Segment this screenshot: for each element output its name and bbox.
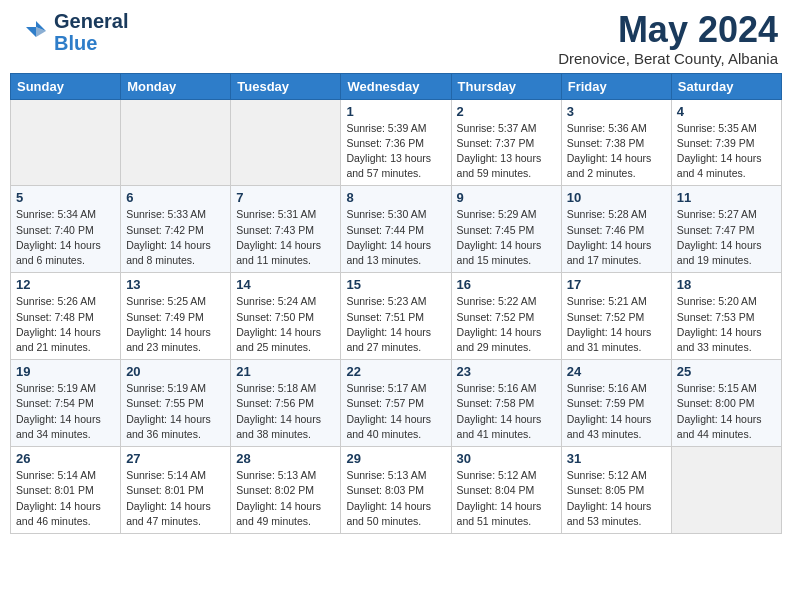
table-row: 1 Sunrise: 5:39 AM Sunset: 7:36 PM Dayli… — [341, 99, 451, 186]
daylight-text: Daylight: 14 hours and 17 minutes. — [567, 239, 652, 266]
calendar-week-row: 19 Sunrise: 5:19 AM Sunset: 7:54 PM Dayl… — [11, 360, 782, 447]
daylight-text: Daylight: 14 hours and 53 minutes. — [567, 500, 652, 527]
sunset-text: Sunset: 7:47 PM — [677, 224, 755, 236]
day-number: 26 — [16, 451, 115, 466]
logo-icon — [14, 13, 52, 51]
sunset-text: Sunset: 7:39 PM — [677, 137, 755, 149]
day-number: 29 — [346, 451, 445, 466]
table-row: 29 Sunrise: 5:13 AM Sunset: 8:03 PM Dayl… — [341, 447, 451, 534]
sunrise-text: Sunrise: 5:27 AM — [677, 208, 757, 220]
daylight-text: Daylight: 14 hours and 4 minutes. — [677, 152, 762, 179]
sunrise-text: Sunrise: 5:37 AM — [457, 122, 537, 134]
table-row: 22 Sunrise: 5:17 AM Sunset: 7:57 PM Dayl… — [341, 360, 451, 447]
sunset-text: Sunset: 7:51 PM — [346, 311, 424, 323]
day-number: 21 — [236, 364, 335, 379]
table-row: 24 Sunrise: 5:16 AM Sunset: 7:59 PM Dayl… — [561, 360, 671, 447]
table-row: 17 Sunrise: 5:21 AM Sunset: 7:52 PM Dayl… — [561, 273, 671, 360]
calendar-week-row: 12 Sunrise: 5:26 AM Sunset: 7:48 PM Dayl… — [11, 273, 782, 360]
day-number: 25 — [677, 364, 776, 379]
day-number: 14 — [236, 277, 335, 292]
day-info: Sunrise: 5:37 AM Sunset: 7:37 PM Dayligh… — [457, 121, 556, 182]
sunrise-text: Sunrise: 5:28 AM — [567, 208, 647, 220]
day-number: 15 — [346, 277, 445, 292]
sunset-text: Sunset: 7:40 PM — [16, 224, 94, 236]
day-number: 19 — [16, 364, 115, 379]
sunrise-text: Sunrise: 5:18 AM — [236, 382, 316, 394]
day-info: Sunrise: 5:22 AM Sunset: 7:52 PM Dayligh… — [457, 294, 556, 355]
daylight-text: Daylight: 14 hours and 36 minutes. — [126, 413, 211, 440]
sunset-text: Sunset: 8:00 PM — [677, 397, 755, 409]
day-number: 24 — [567, 364, 666, 379]
day-number: 5 — [16, 190, 115, 205]
table-row: 31 Sunrise: 5:12 AM Sunset: 8:05 PM Dayl… — [561, 447, 671, 534]
sunset-text: Sunset: 8:01 PM — [126, 484, 204, 496]
daylight-text: Daylight: 14 hours and 46 minutes. — [16, 500, 101, 527]
logo-general: General — [54, 10, 128, 32]
daylight-text: Daylight: 14 hours and 27 minutes. — [346, 326, 431, 353]
daylight-text: Daylight: 14 hours and 6 minutes. — [16, 239, 101, 266]
sunset-text: Sunset: 8:01 PM — [16, 484, 94, 496]
sunrise-text: Sunrise: 5:20 AM — [677, 295, 757, 307]
calendar-week-row: 26 Sunrise: 5:14 AM Sunset: 8:01 PM Dayl… — [11, 447, 782, 534]
day-info: Sunrise: 5:25 AM Sunset: 7:49 PM Dayligh… — [126, 294, 225, 355]
day-info: Sunrise: 5:24 AM Sunset: 7:50 PM Dayligh… — [236, 294, 335, 355]
table-row — [11, 99, 121, 186]
sunrise-text: Sunrise: 5:15 AM — [677, 382, 757, 394]
sunrise-text: Sunrise: 5:35 AM — [677, 122, 757, 134]
logo-text-block: General Blue — [54, 10, 128, 54]
table-row: 18 Sunrise: 5:20 AM Sunset: 7:53 PM Dayl… — [671, 273, 781, 360]
title-block: May 2024 Drenovice, Berat County, Albani… — [558, 10, 778, 67]
day-number: 4 — [677, 104, 776, 119]
table-row: 26 Sunrise: 5:14 AM Sunset: 8:01 PM Dayl… — [11, 447, 121, 534]
table-row — [121, 99, 231, 186]
sunrise-text: Sunrise: 5:30 AM — [346, 208, 426, 220]
day-info: Sunrise: 5:14 AM Sunset: 8:01 PM Dayligh… — [16, 468, 115, 529]
day-info: Sunrise: 5:19 AM Sunset: 7:54 PM Dayligh… — [16, 381, 115, 442]
day-info: Sunrise: 5:23 AM Sunset: 7:51 PM Dayligh… — [346, 294, 445, 355]
day-info: Sunrise: 5:13 AM Sunset: 8:03 PM Dayligh… — [346, 468, 445, 529]
sunset-text: Sunset: 7:36 PM — [346, 137, 424, 149]
table-row: 21 Sunrise: 5:18 AM Sunset: 7:56 PM Dayl… — [231, 360, 341, 447]
sunset-text: Sunset: 8:03 PM — [346, 484, 424, 496]
col-friday: Friday — [561, 73, 671, 99]
table-row: 12 Sunrise: 5:26 AM Sunset: 7:48 PM Dayl… — [11, 273, 121, 360]
sunrise-text: Sunrise: 5:39 AM — [346, 122, 426, 134]
sunrise-text: Sunrise: 5:16 AM — [457, 382, 537, 394]
sunrise-text: Sunrise: 5:14 AM — [126, 469, 206, 481]
daylight-text: Daylight: 14 hours and 11 minutes. — [236, 239, 321, 266]
sunrise-text: Sunrise: 5:26 AM — [16, 295, 96, 307]
day-number: 17 — [567, 277, 666, 292]
sunset-text: Sunset: 7:45 PM — [457, 224, 535, 236]
calendar-week-row: 1 Sunrise: 5:39 AM Sunset: 7:36 PM Dayli… — [11, 99, 782, 186]
day-info: Sunrise: 5:17 AM Sunset: 7:57 PM Dayligh… — [346, 381, 445, 442]
sunrise-text: Sunrise: 5:33 AM — [126, 208, 206, 220]
logo-blue: Blue — [54, 32, 97, 54]
page-header: General Blue May 2024 Drenovice, Berat C… — [10, 10, 782, 67]
day-number: 23 — [457, 364, 556, 379]
daylight-text: Daylight: 14 hours and 13 minutes. — [346, 239, 431, 266]
table-row: 7 Sunrise: 5:31 AM Sunset: 7:43 PM Dayli… — [231, 186, 341, 273]
sunset-text: Sunset: 7:37 PM — [457, 137, 535, 149]
daylight-text: Daylight: 14 hours and 23 minutes. — [126, 326, 211, 353]
day-info: Sunrise: 5:18 AM Sunset: 7:56 PM Dayligh… — [236, 381, 335, 442]
table-row: 3 Sunrise: 5:36 AM Sunset: 7:38 PM Dayli… — [561, 99, 671, 186]
sunrise-text: Sunrise: 5:12 AM — [567, 469, 647, 481]
table-row: 5 Sunrise: 5:34 AM Sunset: 7:40 PM Dayli… — [11, 186, 121, 273]
table-row: 27 Sunrise: 5:14 AM Sunset: 8:01 PM Dayl… — [121, 447, 231, 534]
day-number: 12 — [16, 277, 115, 292]
sunset-text: Sunset: 7:52 PM — [567, 311, 645, 323]
sunrise-text: Sunrise: 5:14 AM — [16, 469, 96, 481]
day-info: Sunrise: 5:35 AM Sunset: 7:39 PM Dayligh… — [677, 121, 776, 182]
day-info: Sunrise: 5:13 AM Sunset: 8:02 PM Dayligh… — [236, 468, 335, 529]
day-info: Sunrise: 5:16 AM Sunset: 7:59 PM Dayligh… — [567, 381, 666, 442]
day-info: Sunrise: 5:30 AM Sunset: 7:44 PM Dayligh… — [346, 207, 445, 268]
day-number: 1 — [346, 104, 445, 119]
day-number: 20 — [126, 364, 225, 379]
table-row: 4 Sunrise: 5:35 AM Sunset: 7:39 PM Dayli… — [671, 99, 781, 186]
daylight-text: Daylight: 14 hours and 8 minutes. — [126, 239, 211, 266]
sunset-text: Sunset: 7:54 PM — [16, 397, 94, 409]
daylight-text: Daylight: 13 hours and 59 minutes. — [457, 152, 542, 179]
table-row: 11 Sunrise: 5:27 AM Sunset: 7:47 PM Dayl… — [671, 186, 781, 273]
calendar-table: Sunday Monday Tuesday Wednesday Thursday… — [10, 73, 782, 534]
sunset-text: Sunset: 7:56 PM — [236, 397, 314, 409]
